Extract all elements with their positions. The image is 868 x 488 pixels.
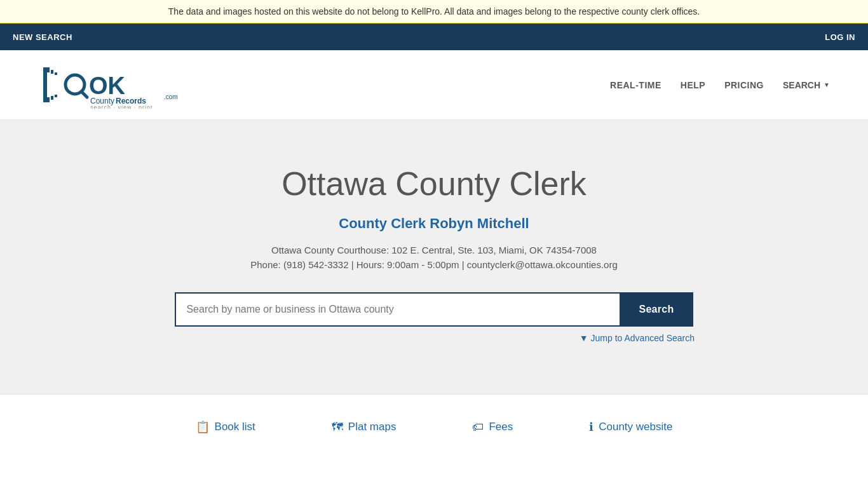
county-search-input[interactable] — [175, 292, 620, 327]
new-search-link[interactable]: NEW SEARCH — [13, 32, 72, 42]
svg-rect-5 — [55, 72, 57, 75]
svg-rect-2 — [47, 97, 50, 102]
top-navigation: NEW SEARCH LOG IN — [0, 24, 868, 50]
plat-maps-label: Plat maps — [348, 421, 397, 433]
county-title: Ottawa County Clerk — [13, 165, 855, 203]
county-website-label: County website — [599, 421, 672, 433]
logo-area[interactable]: OK County Records .com search · view · p… — [38, 61, 216, 109]
fees-link[interactable]: 🏷 Fees — [472, 421, 513, 434]
main-navigation: REAL-TIME HELP PRICING SEARCH ▼ — [610, 80, 830, 90]
county-address: Ottawa County Courthouse: 102 E. Central… — [13, 245, 855, 255]
info-icon: ℹ — [589, 420, 593, 434]
svg-text:search · view · print: search · view · print — [90, 104, 153, 109]
book-list-link[interactable]: 📋 Book list — [196, 420, 255, 434]
map-icon: 🗺 — [332, 421, 343, 434]
county-website-link[interactable]: ℹ County website — [589, 420, 672, 434]
jump-to-advanced-link[interactable]: ▼ Jump to Advanced Search — [580, 333, 695, 343]
banner-text: The data and images hosted on this websi… — [168, 6, 700, 17]
disclaimer-banner: The data and images hosted on this websi… — [0, 0, 868, 24]
svg-rect-0 — [43, 67, 47, 102]
svg-rect-4 — [51, 96, 53, 100]
plat-maps-link[interactable]: 🗺 Plat maps — [332, 421, 397, 434]
chevron-down-icon: ▼ — [824, 81, 830, 88]
svg-rect-6 — [55, 95, 57, 97]
svg-text:.com: .com — [164, 93, 178, 100]
tag-icon: 🏷 — [472, 421, 484, 434]
book-list-label: Book list — [215, 421, 255, 433]
search-box-container: Search — [13, 292, 855, 327]
svg-text:OK: OK — [89, 72, 126, 99]
site-logo[interactable]: OK County Records .com search · view · p… — [38, 61, 216, 109]
footer-links-section: 📋 Book list 🗺 Plat maps 🏷 Fees ℹ County … — [0, 394, 868, 459]
fees-label: Fees — [489, 421, 513, 433]
clerk-name: County Clerk Robyn Mitchell — [13, 215, 855, 232]
svg-rect-1 — [47, 67, 50, 72]
book-icon: 📋 — [196, 420, 210, 434]
pricing-nav-link[interactable]: PRICING — [724, 80, 764, 90]
search-nav-label: SEARCH — [783, 80, 820, 90]
svg-line-8 — [81, 92, 87, 97]
advanced-search-link[interactable]: ▼ Jump to Advanced Search — [173, 333, 695, 343]
search-nav-dropdown[interactable]: SEARCH ▼ — [783, 80, 830, 90]
site-header: OK County Records .com search · view · p… — [0, 50, 868, 120]
realtime-nav-link[interactable]: REAL-TIME — [610, 80, 661, 90]
svg-rect-3 — [51, 70, 53, 74]
county-contact: Phone: (918) 542-3332 | Hours: 9:00am - … — [13, 259, 855, 270]
search-button[interactable]: Search — [620, 292, 693, 327]
login-link[interactable]: LOG IN — [825, 32, 855, 42]
hero-section: Ottawa County Clerk County Clerk Robyn M… — [0, 120, 868, 394]
help-nav-link[interactable]: HELP — [681, 80, 705, 90]
